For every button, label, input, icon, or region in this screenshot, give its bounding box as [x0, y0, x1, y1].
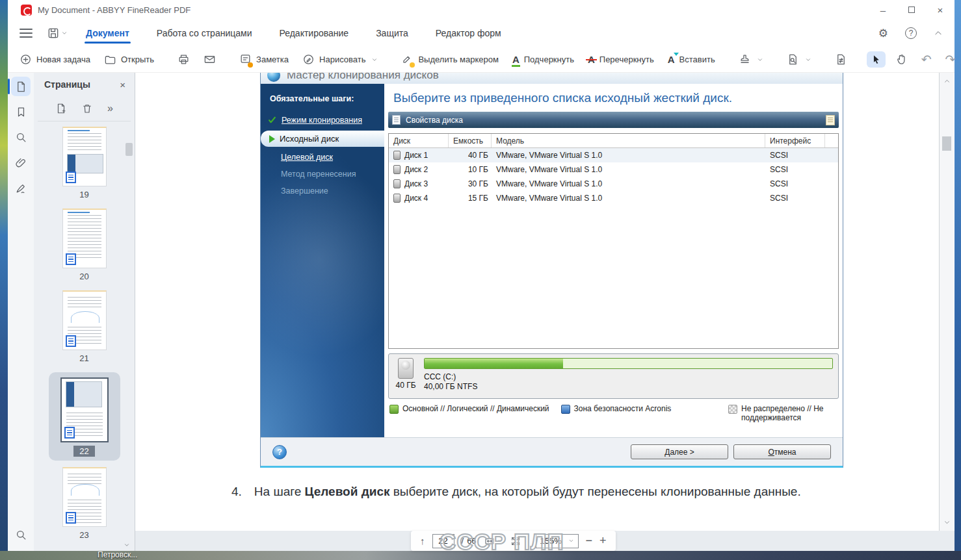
page-thumbnail[interactable]: 23	[62, 467, 107, 540]
underline-label: Подчеркнуть	[524, 55, 574, 64]
chevron-down-icon	[497, 538, 503, 544]
insert-text-button[interactable]: А Вставить	[664, 52, 719, 67]
rail-pages-tab[interactable]	[11, 77, 31, 96]
fit-page-control[interactable]	[484, 536, 503, 546]
chevron-down-icon	[568, 538, 574, 544]
hard-drive-icon	[398, 358, 414, 379]
disk-row-3[interactable]: Диск 3 30 ГБ VMware, VMware Virtual S 1.…	[389, 177, 838, 191]
new-task-button[interactable]: Новая задача	[16, 51, 94, 68]
help-icon[interactable]: ?	[905, 27, 917, 39]
disk-row-1[interactable]: Диск 1 40 ГБ VMware, VMware Virtual S 1.…	[389, 148, 838, 162]
underline-icon: А	[512, 55, 520, 64]
disk-icon	[393, 151, 401, 160]
menu-protect[interactable]: Защита	[375, 21, 410, 45]
menu-edit[interactable]: Редактирование	[278, 21, 350, 45]
thumbnail-preview	[62, 127, 107, 186]
delete-page-icon[interactable]	[81, 103, 93, 114]
page-thumbnail[interactable]: 20	[62, 209, 107, 281]
underline-button[interactable]: А Подчеркнуть	[508, 52, 578, 67]
note-icon	[239, 53, 252, 67]
page-number-input[interactable]	[432, 534, 454, 548]
recognize-button[interactable]	[783, 51, 815, 68]
print-button[interactable]	[174, 51, 194, 68]
wizard-help-button[interactable]: ?	[272, 445, 287, 459]
disk-properties-label: Свойства диска	[406, 116, 463, 125]
menu-forms[interactable]: Редактор форм	[434, 21, 503, 45]
document-scrollbar[interactable]	[939, 73, 954, 531]
zoom-tool-button[interactable]	[11, 525, 31, 544]
strikethrough-button[interactable]: А Перечеркнуть	[584, 52, 658, 67]
disk-row-4[interactable]: Диск 4 15 ГБ VMware, VMware Virtual S 1.…	[389, 191, 838, 205]
partition-bar[interactable]	[424, 358, 833, 369]
close-button[interactable]: ×	[926, 0, 954, 19]
more-tools-icon[interactable]: »	[107, 103, 113, 114]
highlight-button[interactable]: Выделить маркером	[397, 50, 502, 70]
stamp-button[interactable]	[735, 51, 767, 68]
scrollbar-thumb[interactable]	[942, 136, 951, 151]
column-capacity[interactable]: Емкость	[449, 134, 492, 147]
disk-properties-toolbar[interactable]: Свойства диска	[388, 112, 839, 128]
scroll-down-icon[interactable]	[943, 519, 951, 526]
fullscreen-icon[interactable]	[510, 536, 521, 546]
hand-tool-button[interactable]	[891, 51, 912, 68]
page-thumbnail-selected[interactable]: 22	[49, 372, 120, 461]
rail-attachments-tab[interactable]	[11, 153, 31, 172]
zoom-out-button[interactable]: −	[586, 534, 593, 548]
minimize-button[interactable]: –	[869, 0, 897, 19]
rail-signature-tab[interactable]	[11, 178, 31, 197]
document-convert-icon	[835, 53, 847, 66]
column-model[interactable]: Модель	[492, 134, 765, 147]
save-icon	[47, 27, 60, 40]
convert-button[interactable]	[831, 51, 851, 68]
step-source-disk-current[interactable]: Исходный диск	[261, 131, 384, 147]
draw-button[interactable]: Нарисовать	[298, 51, 382, 68]
panel-scrollbar-thumb[interactable]	[125, 143, 133, 156]
settings-gear-icon[interactable]: ⚙	[878, 27, 888, 40]
disk-row-2[interactable]: Диск 2 10 ГБ VMware, VMware Virtual S 1.…	[389, 162, 838, 177]
panel-scroll-down-icon[interactable]	[123, 539, 131, 551]
page-total: /66	[462, 536, 477, 546]
disk-icon	[393, 165, 401, 174]
wizard-heading: Выберите из приведенного списка исходный…	[393, 91, 834, 105]
rail-bookmarks-tab[interactable]	[11, 102, 31, 121]
zoom-in-button[interactable]: +	[599, 534, 607, 548]
redo-button[interactable]: ↷	[941, 51, 960, 68]
open-label: Открыть	[121, 55, 154, 64]
open-button[interactable]: Открыть	[100, 51, 158, 68]
undo-button[interactable]: ↶	[917, 51, 936, 68]
draw-icon	[302, 53, 315, 66]
step-clone-mode[interactable]: Режим клонирования	[261, 111, 384, 129]
add-page-icon[interactable]	[55, 103, 67, 114]
next-button[interactable]: Далее >	[631, 444, 728, 459]
redo-icon: ↷	[945, 53, 956, 66]
panel-close-icon[interactable]: ×	[120, 79, 125, 90]
note-button[interactable]: Заметка	[235, 50, 293, 70]
hamburger-menu-icon[interactable]	[20, 29, 33, 38]
abbyy-logo-icon	[21, 5, 32, 16]
zoom-level-select[interactable]: 155%	[536, 534, 579, 548]
step-target-disk[interactable]: Целевой диск	[261, 149, 384, 166]
menu-pages[interactable]: Работа со страницами	[155, 21, 254, 45]
stamp-icon	[739, 53, 751, 66]
save-button[interactable]	[47, 27, 68, 40]
email-button[interactable]	[200, 51, 220, 68]
maximize-button[interactable]	[897, 0, 926, 19]
pages-panel-tools: »	[34, 96, 135, 121]
app-window: My Document - ABBYY FineReader PDF – × Д…	[8, 0, 954, 551]
page-thumbnail[interactable]: 21	[62, 290, 107, 363]
columns-settings-icon[interactable]	[826, 115, 835, 125]
selected-disk-panel: 40 ГБ CCC (C:) 40,00 ГБ NTFS	[388, 353, 839, 399]
column-disk[interactable]: Диск	[389, 134, 449, 147]
collapse-toolbar-icon[interactable]	[934, 29, 943, 38]
select-tool-button[interactable]	[867, 51, 886, 68]
cancel-button[interactable]: Отмена	[733, 444, 831, 459]
menubar-right: ⚙ ?	[878, 27, 943, 40]
printer-icon	[178, 53, 190, 66]
chevron-down-icon[interactable]	[61, 30, 68, 36]
menu-document[interactable]: Документ	[85, 21, 131, 45]
rail-search-tab[interactable]	[11, 127, 31, 147]
page-thumbnail[interactable]: 19	[62, 127, 107, 199]
column-interface[interactable]: Интерфейс	[765, 134, 825, 147]
previous-page-icon[interactable]: ↑	[420, 535, 425, 546]
scroll-up-icon[interactable]	[943, 78, 951, 84]
